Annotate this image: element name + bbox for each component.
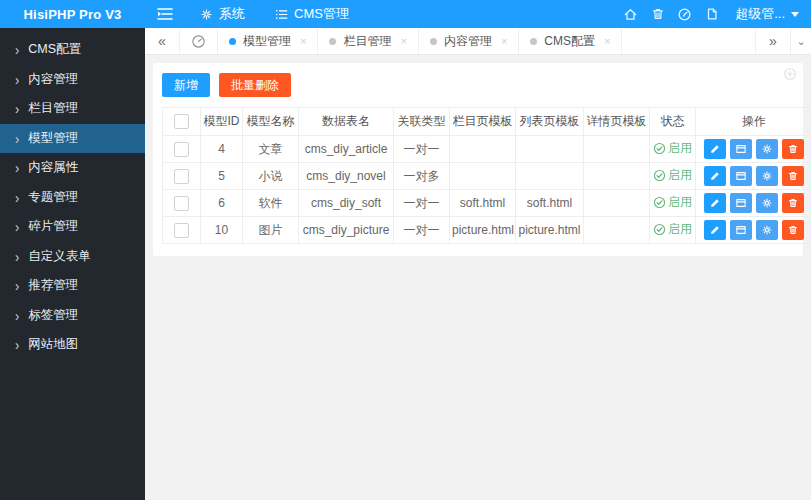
status-label: 启用 <box>668 194 692 211</box>
monitor-icon[interactable] <box>671 0 698 28</box>
tab-3[interactable]: CMS配置× <box>519 28 622 54</box>
cell-status: 启用 <box>650 190 696 217</box>
chevron-right-icon: › <box>15 337 19 352</box>
edit-button[interactable] <box>704 220 726 240</box>
tab-2[interactable]: 内容管理× <box>419 28 519 54</box>
topbar-menu-0[interactable]: 系统 <box>185 0 260 28</box>
table-row: 6软件cms_diy_soft一对一soft.htmlsoft.html启用 <box>163 190 811 217</box>
tab-close-icon[interactable]: × <box>400 35 406 47</box>
settings-button[interactable] <box>756 220 778 240</box>
chevron-right-icon: › <box>15 42 19 57</box>
sidebar-item-1[interactable]: ›内容管理 <box>0 65 145 95</box>
sidebar-item-label: 模型管理 <box>28 130 78 147</box>
sidebar-item-4[interactable]: ›内容属性 <box>0 153 145 183</box>
delete-button[interactable] <box>782 220 804 240</box>
status-label: 启用 <box>668 140 692 157</box>
cell-relation-type: 一对一 <box>394 217 450 244</box>
delete-button[interactable] <box>782 193 804 213</box>
status-badge[interactable]: 启用 <box>653 167 692 184</box>
chevron-right-icon: › <box>15 308 19 323</box>
sidebar-item-3[interactable]: ›模型管理 <box>0 124 145 154</box>
tab-close-icon[interactable]: × <box>501 35 507 47</box>
sidebar-item-2[interactable]: ›栏目管理 <box>0 94 145 124</box>
sidebar-item-label: 专题管理 <box>28 189 78 206</box>
cell-list-template: picture.html <box>516 217 584 244</box>
sidebar-item-7[interactable]: ›自定义表单 <box>0 242 145 272</box>
edit-button[interactable] <box>704 139 726 159</box>
chevron-right-icon: › <box>15 160 19 175</box>
select-all-checkbox[interactable] <box>174 114 189 129</box>
fields-button[interactable] <box>730 193 752 213</box>
check-circle-icon <box>653 196 666 209</box>
row-checkbox[interactable] <box>174 142 189 157</box>
header-checkbox-cell <box>163 108 201 136</box>
home-icon[interactable] <box>617 0 644 28</box>
sidebar-item-6[interactable]: ›碎片管理 <box>0 212 145 242</box>
cell-table-name: cms_diy_soft <box>299 190 394 217</box>
settings-button[interactable] <box>756 193 778 213</box>
fields-button[interactable] <box>730 166 752 186</box>
column-header-1: 模型名称 <box>243 108 299 136</box>
tab-close-icon[interactable]: × <box>604 35 610 47</box>
cell-model-name: 文章 <box>243 136 299 163</box>
refresh-icon[interactable] <box>783 67 797 81</box>
column-header-2: 数据表名 <box>299 108 394 136</box>
topbar-icons <box>617 0 725 28</box>
check-circle-icon <box>653 169 666 182</box>
column-header-6: 详情页模板 <box>584 108 650 136</box>
cell-model-id: 6 <box>201 190 243 217</box>
tabs-more-button[interactable]: ⌄ <box>790 28 811 54</box>
cell-status: 启用 <box>650 136 696 163</box>
user-dropdown[interactable]: 超级管... <box>725 5 811 23</box>
row-checkbox[interactable] <box>174 196 189 211</box>
table-row: 4文章cms_diy_article一对一启用 <box>163 136 811 163</box>
tabs-scroll-right-button[interactable]: » <box>755 28 790 54</box>
sidebar-item-label: 内容管理 <box>28 71 78 88</box>
home-tab[interactable] <box>180 28 218 54</box>
delete-button[interactable] <box>782 166 804 186</box>
add-button[interactable]: 新增 <box>162 73 210 97</box>
collapse-sidebar-icon[interactable] <box>145 7 185 21</box>
fields-button[interactable] <box>730 139 752 159</box>
chevron-right-icon: › <box>15 72 19 87</box>
status-badge[interactable]: 启用 <box>653 140 692 157</box>
cell-table-name: cms_diy_picture <box>299 217 394 244</box>
tab-0[interactable]: 模型管理× <box>218 28 318 54</box>
sidebar-item-5[interactable]: ›专题管理 <box>0 183 145 213</box>
row-checkbox[interactable] <box>174 169 189 184</box>
sidebar-item-8[interactable]: ›推荐管理 <box>0 271 145 301</box>
cell-status: 启用 <box>650 217 696 244</box>
sidebar-item-label: 网站地图 <box>28 336 78 353</box>
tab-label: 内容管理 <box>444 33 492 50</box>
cell-table-name: cms_diy_novel <box>299 163 394 190</box>
tab-1[interactable]: 栏目管理× <box>318 28 418 54</box>
trash-icon[interactable] <box>644 0 671 28</box>
cell-category-template <box>450 163 516 190</box>
settings-button[interactable] <box>756 139 778 159</box>
cell-relation-type: 一对一 <box>394 190 450 217</box>
edit-button[interactable] <box>704 193 726 213</box>
edit-button[interactable] <box>704 166 726 186</box>
row-checkbox-cell <box>163 217 201 244</box>
batch-delete-button[interactable]: 批量删除 <box>219 73 291 97</box>
settings-button[interactable] <box>756 166 778 186</box>
tabs-scroll-left-button[interactable]: « <box>145 28 180 54</box>
status-badge[interactable]: 启用 <box>653 194 692 211</box>
sidebar-item-0[interactable]: ›CMS配置 <box>0 35 145 65</box>
sidebar-item-label: 推荐管理 <box>28 277 78 294</box>
row-checkbox-cell <box>163 163 201 190</box>
chevron-right-icon: › <box>15 190 19 205</box>
row-checkbox[interactable] <box>174 223 189 238</box>
status-badge[interactable]: 启用 <box>653 221 692 238</box>
cell-list-template <box>516 163 584 190</box>
status-label: 启用 <box>668 167 692 184</box>
tab-status-dot <box>229 38 236 45</box>
tab-close-icon[interactable]: × <box>300 35 306 47</box>
sidebar-item-9[interactable]: ›标签管理 <box>0 301 145 331</box>
sidebar-item-10[interactable]: ›网站地图 <box>0 330 145 360</box>
file-icon[interactable] <box>698 0 725 28</box>
delete-button[interactable] <box>782 139 804 159</box>
fields-button[interactable] <box>730 220 752 240</box>
tab-status-dot <box>329 38 336 45</box>
topbar-menu-1[interactable]: CMS管理 <box>260 0 364 28</box>
